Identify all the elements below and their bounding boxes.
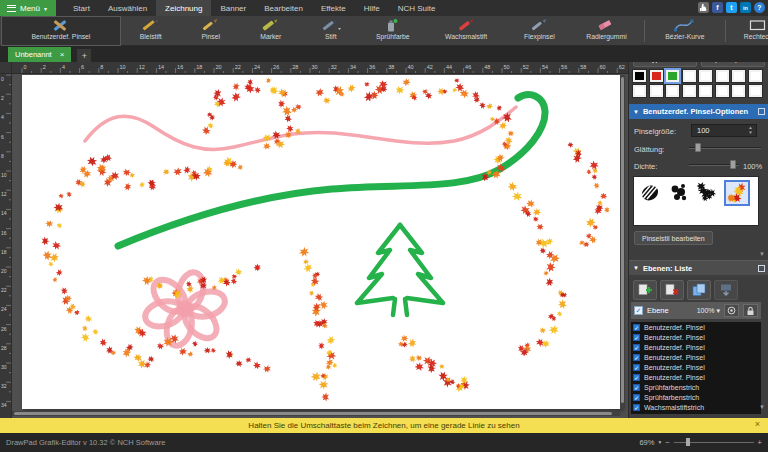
color-swatch[interactable] <box>683 70 696 82</box>
layer-item[interactable]: ✓Benutzerdef. Pinsel <box>631 332 761 342</box>
panel-scroll-down-icon[interactable]: ▼ <box>759 251 765 257</box>
tool-custom-brush[interactable]: Benutzerdef. Pinsel <box>2 17 120 45</box>
collapse-icon[interactable]: ▼ <box>633 265 639 271</box>
color-swatch[interactable] <box>699 85 712 97</box>
drawing-canvas[interactable] <box>22 75 622 409</box>
layers-panel-header[interactable]: ▼ Ebenen: Liste <box>629 260 768 275</box>
main-menu-button[interactable]: Menü ▾ <box>0 0 56 16</box>
layer-checkbox[interactable]: ✓ <box>633 344 640 351</box>
color-swatch[interactable] <box>732 85 745 97</box>
pin-icon[interactable] <box>758 108 765 115</box>
color-swatch[interactable] <box>716 70 729 82</box>
color-swatch[interactable] <box>699 70 712 82</box>
facebook-icon[interactable]: f <box>712 2 723 13</box>
menu-item-bearbeiten[interactable]: Bearbeiten <box>255 0 312 16</box>
color-swatch[interactable] <box>633 85 646 97</box>
hatched-blob-style[interactable] <box>637 180 663 206</box>
color-swatch[interactable] <box>749 70 762 82</box>
add-layer-button[interactable] <box>633 280 657 300</box>
layer-checkbox[interactable]: ✓ <box>633 354 640 361</box>
menu-item-hilfe[interactable]: Hilfe <box>355 0 389 16</box>
layer-checkbox[interactable]: ✓ <box>633 384 640 391</box>
delete-layer-button[interactable] <box>660 280 684 300</box>
zoom-slider[interactable] <box>674 437 754 447</box>
duplicate-layer-button[interactable] <box>687 280 711 300</box>
layer-visibility-checkbox[interactable]: ✓ <box>634 306 643 315</box>
edit-brush-style-button[interactable]: Pinselstil bearbeiten <box>634 231 713 245</box>
document-tab[interactable]: Unbenannt× <box>8 47 71 62</box>
density-slider[interactable] <box>689 159 739 171</box>
color-swatch[interactable] <box>683 85 696 97</box>
color-swatch[interactable] <box>716 85 729 97</box>
menu-item-banner[interactable]: Banner <box>211 0 255 16</box>
tool-flex-brush[interactable]: Flexpinsel <box>508 17 570 45</box>
layer-lock-button[interactable] <box>743 304 758 317</box>
tool-rectangle[interactable]: Rechteck <box>729 17 768 45</box>
menu-item-zeichnung[interactable]: Zeichnung <box>156 0 211 16</box>
black-leaves-style[interactable] <box>695 180 721 206</box>
svg-text:34: 34 <box>350 64 356 70</box>
layer-item[interactable]: ✓Benutzerdef. Pinsel <box>631 322 761 332</box>
layer-item[interactable]: ✓Sprühfarbenstrich <box>631 392 761 402</box>
tool-spray[interactable]: Sprühfarbe <box>362 17 424 45</box>
zoom-value[interactable]: 69% <box>639 438 654 447</box>
color-swatch[interactable] <box>633 70 646 82</box>
tool-bezier[interactable]: Bézier-Kurve <box>648 17 722 45</box>
layer-item[interactable]: ✓Benutzerdef. Pinsel <box>631 352 761 362</box>
tool-pencil[interactable]: Bleistift <box>122 17 180 45</box>
layer-checkbox[interactable]: ✓ <box>633 334 640 341</box>
tab-close-icon[interactable]: × <box>60 50 65 59</box>
pin-icon[interactable] <box>758 265 765 272</box>
layer-item[interactable]: ✓Benutzerdef. Pinsel <box>631 362 761 372</box>
tool-eraser[interactable]: Radiergummi <box>572 17 640 45</box>
canvas-vertical-scrollbar[interactable] <box>620 75 625 409</box>
brush-size-input[interactable]: 100 ▲▼ <box>691 124 757 137</box>
layer-item[interactable]: ✓Benutzerdef. Pinsel <box>631 372 761 382</box>
notification-close-button[interactable]: × <box>755 419 760 429</box>
color-swatch[interactable] <box>650 70 663 82</box>
layer-item[interactable]: ✓Sprühfarbenstrich <box>631 382 761 392</box>
layer-list-scroll-down-icon[interactable]: ▼ <box>759 404 765 410</box>
color-swatch[interactable] <box>732 70 745 82</box>
color-swatch[interactable] <box>650 85 663 97</box>
zoom-out-button[interactable]: − <box>665 438 669 447</box>
splatter-style[interactable] <box>666 180 692 206</box>
chevron-down-icon: ▾ <box>44 5 47 12</box>
zoom-in-button[interactable]: + <box>758 438 762 447</box>
color-swatch[interactable] <box>666 70 679 82</box>
spinner-arrows-icon[interactable]: ▲▼ <box>746 125 755 136</box>
color-swatch[interactable] <box>666 85 679 97</box>
tool-brush[interactable]: Pinsel <box>182 17 240 45</box>
like-icon[interactable] <box>698 2 709 13</box>
twitter-icon[interactable]: t <box>726 2 737 13</box>
layer-checkbox[interactable]: ✓ <box>633 404 640 411</box>
layer-checkbox[interactable]: ✓ <box>633 364 640 371</box>
collapse-icon[interactable]: ▼ <box>633 109 639 115</box>
new-tab-button[interactable]: + <box>77 49 91 62</box>
tool-marker[interactable]: Marker <box>242 17 300 45</box>
layer-item[interactable]: ✓Wachsmalstiftstrich <box>631 402 761 412</box>
svg-text:2: 2 <box>43 64 46 70</box>
zoom-dropdown-icon[interactable]: ▾ <box>658 439 661 445</box>
help-icon[interactable]: ? <box>754 2 765 13</box>
smoothing-slider[interactable] <box>689 142 761 154</box>
tool-crayon[interactable]: Wachsmalstift <box>426 17 507 45</box>
menu-item-nch-suite[interactable]: NCH Suite <box>389 0 445 16</box>
canvas-horizontal-scrollbar[interactable] <box>12 411 620 416</box>
brush-options-header[interactable]: ▼ Benutzerdef. Pinsel-Optionen <box>629 104 768 119</box>
menu-item-start[interactable]: Start <box>64 0 99 16</box>
layer-checkbox[interactable]: ✓ <box>633 374 640 381</box>
layer-checkbox[interactable]: ✓ <box>633 324 640 331</box>
layer-item[interactable]: ✓Benutzerdef. Pinsel <box>631 342 761 352</box>
color-leaves-style[interactable] <box>724 180 750 206</box>
layer-opacity-dropdown[interactable]: 100% ▾ <box>697 307 720 315</box>
linkedin-icon[interactable]: in <box>740 2 751 13</box>
merge-layer-button[interactable] <box>714 280 738 300</box>
menu-item-effekte[interactable]: Effekte <box>312 0 355 16</box>
layer-checkbox[interactable]: ✓ <box>633 394 640 401</box>
menu-item-ausw-hlen[interactable]: Auswählen <box>99 0 156 16</box>
tool-pen[interactable]: Stift <box>302 17 360 45</box>
color-swatch[interactable] <box>749 85 762 97</box>
layer-target-button[interactable] <box>724 304 739 317</box>
selected-layer-row[interactable]: ✓ Ebene 100% ▾ <box>631 302 761 319</box>
